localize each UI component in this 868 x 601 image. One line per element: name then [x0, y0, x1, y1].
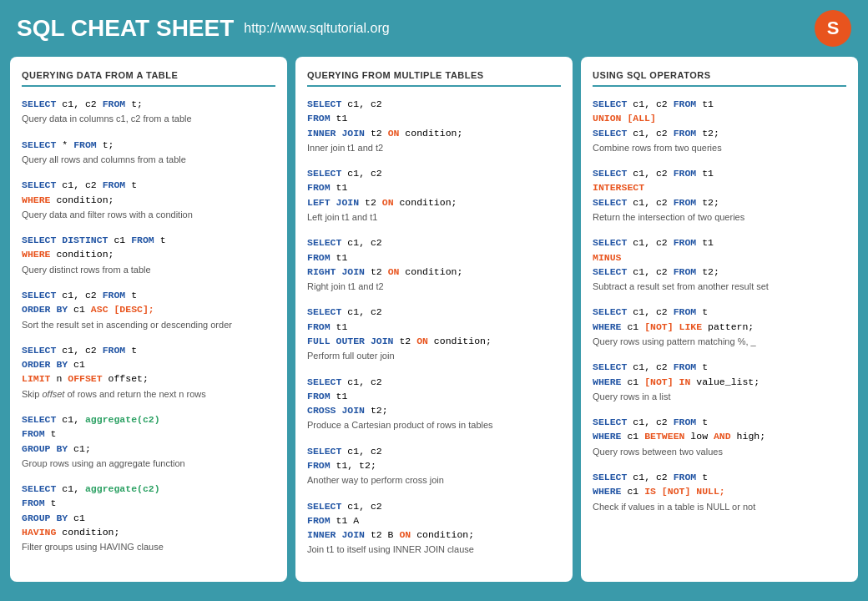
code-block: SELECT c1, c2 FROM t;	[22, 97, 275, 111]
code-block: SELECT c1, c2 FROM t1 UNION [ALL] SELECT…	[593, 97, 846, 140]
desc: Join t1 to itself using INNER JOIN claus…	[307, 543, 561, 556]
header-url: http://www.sqltutorial.org	[244, 21, 389, 36]
section: SELECT c1, c2 FROM t1, t2; Another way t…	[307, 444, 561, 487]
desc: Skip offset of rows and return the next …	[22, 388, 275, 401]
code-block: SELECT c1, c2 FROM t1 CROSS JOIN t2;	[307, 375, 561, 418]
desc: Query rows in a list	[593, 391, 846, 403]
desc: Query rows using pattern matching %, _	[593, 336, 846, 348]
desc: Group rows using an aggregate function	[22, 457, 275, 470]
desc: Another way to perform cross join	[307, 474, 561, 487]
section: SELECT c1, c2 FROM t1 FULL OUTER JOIN t2…	[307, 305, 561, 362]
section: SELECT c1, c2 FROM t1 A INNER JOIN t2 B …	[307, 499, 561, 557]
code-block: SELECT c1, aggregate(c2) FROM t GROUP BY…	[22, 412, 275, 456]
code-block: SELECT c1, c2 FROM t WHERE condition;	[22, 178, 275, 207]
desc: Subtract a result set from another resul…	[593, 280, 846, 293]
desc: Perform full outer join	[307, 350, 561, 362]
code-block: SELECT c1, c2 FROM t WHERE c1 BETWEEN lo…	[593, 415, 846, 444]
code-block: SELECT c1, c2 FROM t WHERE c1 [NOT] IN v…	[593, 360, 846, 389]
desc: Produce a Cartesian product of rows in t…	[307, 419, 561, 432]
code-block: SELECT c1, c2 FROM t1 RIGHT JOIN t2 ON c…	[307, 235, 561, 279]
code-block: SELECT c1, c2 FROM t1 INTERSECT SELECT c…	[593, 166, 846, 210]
section: SELECT c1, c2 FROM t; Query data in colu…	[22, 97, 275, 126]
code-block: SELECT * FROM t;	[22, 138, 275, 152]
code-block: SELECT c1, c2 FROM t1 INNER JOIN t2 ON c…	[307, 97, 561, 140]
desc: Sort the result set in ascending or desc…	[22, 319, 275, 331]
section: SELECT c1, c2 FROM t ORDER BY c1 LIMIT n…	[22, 343, 275, 401]
section: SELECT DISTINCT c1 FROM t WHERE conditio…	[22, 233, 275, 276]
section: SELECT c1, c2 FROM t WHERE c1 [NOT] IN v…	[593, 360, 846, 403]
panel-multiple-tables: QUERYING FROM MULTIPLE TABLES SELECT c1,…	[295, 57, 573, 582]
desc: Return the intersection of two queries	[593, 211, 846, 224]
code-block: SELECT c1, c2 FROM t ORDER BY c1 ASC [DE…	[22, 288, 275, 317]
section: SELECT c1, c2 FROM t WHERE c1 BETWEEN lo…	[593, 415, 846, 458]
panel1-title: QUERYING DATA FROM A TABLE	[22, 70, 275, 87]
code-block: SELECT DISTINCT c1 FROM t WHERE conditio…	[22, 233, 275, 262]
section: SELECT c1, c2 FROM t1 MINUS SELECT c1, c…	[593, 235, 846, 293]
section: SELECT c1, c2 FROM t WHERE condition; Qu…	[22, 178, 275, 221]
panel-querying-data: QUERYING DATA FROM A TABLE SELECT c1, c2…	[10, 57, 287, 582]
code-block: SELECT c1, c2 FROM t1, t2;	[307, 444, 561, 473]
section: SELECT c1, aggregate(c2) FROM t GROUP BY…	[22, 412, 275, 470]
header-title: SQL CHEAT SHEET	[17, 15, 234, 42]
desc: Query distinct rows from a table	[22, 264, 275, 276]
code-block: SELECT c1, c2 FROM t1 MINUS SELECT c1, c…	[593, 235, 846, 279]
code-block: SELECT c1, c2 FROM t1 LEFT JOIN t2 ON co…	[307, 166, 561, 210]
section: SELECT c1, c2 FROM t ORDER BY c1 ASC [DE…	[22, 288, 275, 331]
panel2-title: QUERYING FROM MULTIPLE TABLES	[307, 70, 561, 87]
section: SELECT c1, c2 FROM t1 UNION [ALL] SELECT…	[593, 97, 846, 154]
desc: Query data in columns c1, c2 from a tabl…	[22, 113, 275, 125]
header-logo: S	[815, 10, 851, 47]
panel-sql-operators: USING SQL OPERATORS SELECT c1, c2 FROM t…	[581, 57, 858, 582]
content-area: QUERYING DATA FROM A TABLE SELECT c1, c2…	[0, 57, 868, 592]
section: SELECT c1, c2 FROM t WHERE c1 IS [NOT] N…	[593, 470, 846, 513]
code-block: SELECT c1, c2 FROM t WHERE c1 [NOT] LIKE…	[593, 305, 846, 334]
section: SELECT c1, c2 FROM t1 CROSS JOIN t2; Pro…	[307, 375, 561, 432]
section: SELECT c1, c2 FROM t1 INNER JOIN t2 ON c…	[307, 97, 561, 154]
section: SELECT * FROM t; Query all rows and colu…	[22, 138, 275, 167]
section: SELECT c1, aggregate(c2) FROM t GROUP BY…	[22, 482, 275, 553]
section: SELECT c1, c2 FROM t WHERE c1 [NOT] LIKE…	[593, 305, 846, 348]
section: SELECT c1, c2 FROM t1 INTERSECT SELECT c…	[593, 166, 846, 224]
desc: Query all rows and columns from a table	[22, 154, 275, 166]
section: SELECT c1, c2 FROM t1 LEFT JOIN t2 ON co…	[307, 166, 561, 224]
code-block: SELECT c1, c2 FROM t1 FULL OUTER JOIN t2…	[307, 305, 561, 348]
section: SELECT c1, c2 FROM t1 RIGHT JOIN t2 ON c…	[307, 235, 561, 293]
desc: Right join t1 and t2	[307, 280, 561, 293]
desc: Filter groups using HAVING clause	[22, 541, 275, 553]
desc: Query data and filter rows with a condit…	[22, 209, 275, 221]
panel3-title: USING SQL OPERATORS	[593, 70, 846, 87]
desc: Left join t1 and t1	[307, 211, 561, 224]
desc: Inner join t1 and t2	[307, 142, 561, 154]
code-block: SELECT c1, c2 FROM t ORDER BY c1 LIMIT n…	[22, 343, 275, 386]
desc: Check if values in a table is NULL or no…	[593, 501, 846, 513]
header: SQL CHEAT SHEET http://www.sqltutorial.o…	[0, 0, 868, 57]
desc: Query rows between two values	[593, 446, 846, 458]
desc: Combine rows from two queries	[593, 142, 846, 154]
code-block: SELECT c1, c2 FROM t1 A INNER JOIN t2 B …	[307, 499, 561, 543]
code-block: SELECT c1, aggregate(c2) FROM t GROUP BY…	[22, 482, 275, 539]
code-block: SELECT c1, c2 FROM t WHERE c1 IS [NOT] N…	[593, 470, 846, 499]
